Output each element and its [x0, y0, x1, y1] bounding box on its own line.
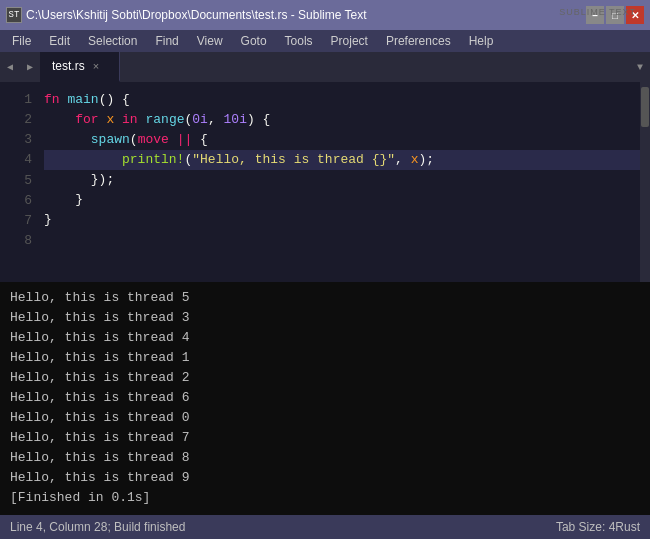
tab-dropdown[interactable]: ▼ — [630, 52, 650, 82]
menu-project[interactable]: Project — [323, 32, 376, 50]
line-num-1: 1 — [0, 90, 32, 110]
menu-bar: File Edit Selection Find View Goto Tools… — [0, 30, 650, 52]
title-bar-left: ST C:\Users\Kshitij Sobti\Dropbox\Docume… — [6, 7, 367, 23]
tab-nav-right[interactable]: ▶ — [20, 52, 40, 82]
code-line-5: }); — [44, 170, 640, 190]
scrollbar[interactable] — [640, 82, 650, 282]
menu-goto[interactable]: Goto — [233, 32, 275, 50]
output-line-8: Hello, this is thread 7 — [10, 428, 640, 448]
status-left: Line 4, Column 28; Build finished — [10, 520, 556, 534]
code-line-3: spawn(move || { — [44, 130, 640, 150]
code-line-4: println!("Hello, this is thread {}", x); — [44, 150, 640, 170]
output-line-6: Hello, this is thread 6 — [10, 388, 640, 408]
output-line-4: Hello, this is thread 1 — [10, 348, 640, 368]
output-line-1: Hello, this is thread 5 — [10, 288, 640, 308]
status-bar: Line 4, Column 28; Build finished Tab Si… — [0, 515, 650, 539]
tab-close-button[interactable]: × — [93, 60, 99, 72]
line-num-3: 3 — [0, 130, 32, 150]
output-line-5: Hello, this is thread 2 — [10, 368, 640, 388]
output-line-10: Hello, this is thread 9 — [10, 468, 640, 488]
tab-label: test.rs — [52, 59, 85, 73]
tab-test-rs[interactable]: test.rs × — [40, 52, 120, 82]
output-line-finished: [Finished in 0.1s] — [10, 488, 640, 508]
output-panel: Hello, this is thread 5 Hello, this is t… — [0, 282, 650, 515]
code-line-6: } — [44, 190, 640, 210]
line-num-8: 8 — [0, 231, 32, 251]
title-text: C:\Users\Kshitij Sobti\Dropbox\Documents… — [26, 8, 367, 22]
tab-bar: ◀ ▶ test.rs × ▼ — [0, 52, 650, 82]
output-line-3: Hello, this is thread 4 — [10, 328, 640, 348]
status-tabsize[interactable]: Tab Size: 4 — [556, 520, 615, 534]
code-line-8 — [44, 230, 640, 250]
output-line-9: Hello, this is thread 8 — [10, 448, 640, 468]
menu-selection[interactable]: Selection — [80, 32, 145, 50]
code-line-7: } — [44, 210, 640, 230]
tab-nav-left[interactable]: ◀ — [0, 52, 20, 82]
line-num-4: 4 — [0, 150, 32, 170]
menu-preferences[interactable]: Preferences — [378, 32, 459, 50]
menu-tools[interactable]: Tools — [277, 32, 321, 50]
menu-find[interactable]: Find — [147, 32, 186, 50]
line-numbers: 1 2 3 4 5 6 7 8 — [0, 82, 40, 282]
menu-help[interactable]: Help — [461, 32, 502, 50]
line-num-2: 2 — [0, 110, 32, 130]
line-num-7: 7 — [0, 211, 32, 231]
app-icon: ST — [6, 7, 22, 23]
line-num-5: 5 — [0, 171, 32, 191]
main-layout: ST C:\Users\Kshitij Sobti\Dropbox\Docume… — [0, 0, 650, 539]
code-line-2: for x in range(0i, 10i) { — [44, 110, 640, 130]
title-bar: ST C:\Users\Kshitij Sobti\Dropbox\Docume… — [0, 0, 650, 30]
menu-edit[interactable]: Edit — [41, 32, 78, 50]
line-num-6: 6 — [0, 191, 32, 211]
editor-output: 1 2 3 4 5 6 7 8 fn main() { for x in ran… — [0, 82, 650, 515]
output-line-2: Hello, this is thread 3 — [10, 308, 640, 328]
scrollbar-thumb[interactable] — [641, 87, 649, 127]
code-line-1: fn main() { — [44, 90, 640, 110]
menu-file[interactable]: File — [4, 32, 39, 50]
status-language[interactable]: Rust — [615, 520, 640, 534]
code-content[interactable]: fn main() { for x in range(0i, 10i) { sp… — [40, 82, 640, 282]
editor-area[interactable]: 1 2 3 4 5 6 7 8 fn main() { for x in ran… — [0, 82, 650, 282]
menu-view[interactable]: View — [189, 32, 231, 50]
output-line-7: Hello, this is thread 0 — [10, 408, 640, 428]
